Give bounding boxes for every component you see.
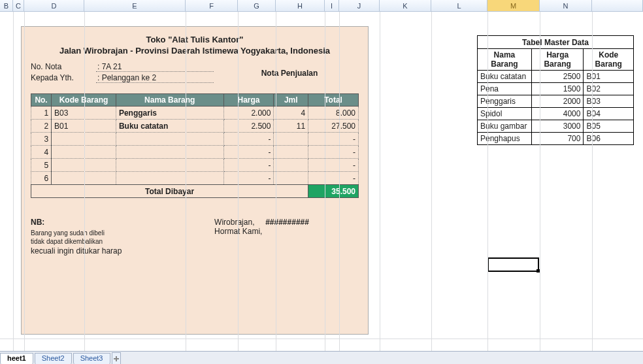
column-header-E[interactable]: E [84, 0, 186, 11]
master-col-nama: Nama Barang [478, 49, 532, 71]
column-header-H[interactable]: H [276, 0, 325, 11]
column-header-L[interactable]: L [431, 0, 487, 11]
col-no: No. [31, 94, 52, 107]
col-nama: Nama Barang [116, 94, 223, 107]
sheet-tab-Sheet2[interactable]: Sheet2 [35, 353, 72, 364]
column-headers[interactable]: BCDEFGHIJKLMN [0, 0, 643, 12]
no-nota-label: No. Nota [31, 62, 96, 72]
sheet-tab-heet1[interactable]: heet1 [0, 353, 33, 364]
nota-table[interactable]: No. Kode Barang Nama Barang Harga Jml To… [31, 93, 359, 198]
master-row[interactable]: Pena1500B02 [478, 83, 634, 95]
master-col-kode: Kode Barang [584, 49, 634, 71]
new-sheet-icon[interactable] [112, 352, 121, 364]
sheet-tabs[interactable]: heet1Sheet2Sheet3 [0, 351, 643, 364]
column-header-J[interactable]: J [339, 0, 380, 11]
nb-line-2: tidak dapat dikembalikan [31, 238, 214, 245]
column-header-M[interactable]: M [487, 0, 540, 11]
store-title: Toko "Alat Tulis Kantor" [31, 35, 359, 44]
master-row[interactable]: Penggaris2000B03 [478, 95, 634, 108]
total-label: Total Dibayar [31, 185, 308, 198]
col-total: Total [308, 94, 359, 107]
total-value: 35.500 [308, 185, 359, 198]
master-row[interactable]: Penghapus700B06 [478, 133, 634, 145]
nota-row[interactable]: 4-- [31, 146, 359, 159]
no-nota-value[interactable]: : 7A 21 [96, 62, 214, 72]
master-row[interactable]: Buku catatan2500B01 [478, 71, 634, 83]
column-header-D[interactable]: D [24, 0, 84, 11]
nota-row[interactable]: 5-- [31, 159, 359, 172]
col-harga: Harga [223, 94, 274, 107]
kepada-value[interactable]: : Pelanggan ke 2 [96, 73, 214, 83]
nota-row[interactable]: 1B03Penggaris2.00048.000 [31, 107, 359, 120]
nota-row[interactable]: 3-- [31, 133, 359, 146]
svg-rect-1 [116, 356, 117, 361]
sheet-tab-Sheet3[interactable]: Sheet3 [73, 353, 110, 364]
sign-date-placeholder: ########## [265, 218, 309, 227]
sign-place: Wirobrajan, [214, 218, 254, 227]
sign-line: Hormat Kami, [214, 227, 359, 236]
nb-line-3: kecuali ingin ditukar harap [31, 246, 214, 256]
nota-row[interactable]: 2B01Buku catatan2.5001127.500 [31, 120, 359, 133]
kepada-label: Kepada Yth. [31, 73, 96, 83]
column-header-N[interactable]: N [540, 0, 592, 11]
col-kode: Kode Barang [52, 94, 116, 107]
nb-line-1: Barang yang sudah dibeli [31, 229, 214, 237]
active-cell-cursor [487, 257, 539, 272]
master-title: Tabel Master Data [477, 35, 634, 48]
master-row[interactable]: Spidol4000B04 [478, 108, 634, 120]
nota-row[interactable]: 6-- [31, 172, 359, 185]
nota-penjualan-header: Nota Penjualan [231, 69, 348, 78]
column-header-B[interactable]: B [0, 0, 13, 11]
column-header-G[interactable]: G [238, 0, 276, 11]
column-header-F[interactable]: F [186, 0, 238, 11]
nota-card: Toko "Alat Tulis Kantor" Jalan Wirobraja… [21, 26, 369, 335]
master-row[interactable]: Buku gambar3000B05 [478, 120, 634, 133]
worksheet-grid[interactable]: Toko "Alat Tulis Kantor" Jalan Wirobraja… [0, 12, 643, 351]
col-jml: Jml [274, 94, 308, 107]
column-header-C[interactable]: C [13, 0, 24, 11]
column-header-K[interactable]: K [380, 0, 431, 11]
store-address: Jalan Wirobrajan - Provinsi Daerah Istim… [31, 46, 359, 56]
master-table[interactable]: Nama Barang Harga Barang Kode Barang Buk… [477, 48, 634, 145]
column-header-I[interactable]: I [325, 0, 339, 11]
master-table-container: Tabel Master Data Nama Barang Harga Bara… [477, 35, 634, 145]
nb-label: NB: [31, 218, 214, 227]
